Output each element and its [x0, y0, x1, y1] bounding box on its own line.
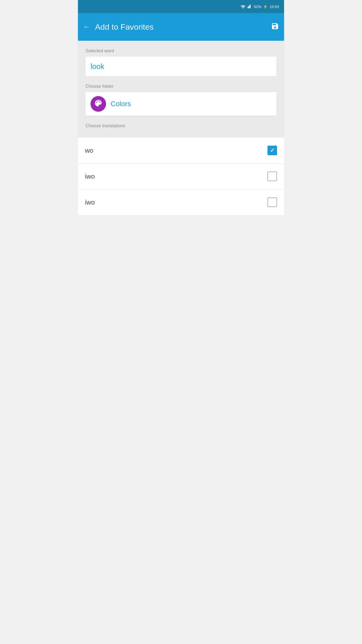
app-bar-left: ← Add to Favorites [83, 22, 154, 32]
wifi-icon [241, 4, 246, 9]
translation-text: iwo [85, 173, 95, 180]
folder-name: Colors [111, 100, 131, 108]
selected-word-label: Selected word [85, 48, 277, 54]
main-content: Selected word look Choose folder Colors … [78, 41, 284, 138]
selected-word-field: look [85, 57, 277, 76]
translations-list: woiwoiwo [78, 138, 284, 215]
svg-rect-1 [249, 6, 249, 8]
translation-text: iwo [85, 198, 95, 206]
svg-rect-3 [250, 4, 251, 8]
status-bar: 92% ⚡ 15:55 [78, 0, 284, 13]
palette-icon [94, 99, 102, 109]
battery-icon: ⚡ [263, 5, 267, 9]
svg-rect-0 [248, 7, 248, 8]
translation-checkbox[interactable] [267, 197, 277, 207]
selected-word-value: look [90, 62, 104, 70]
folder-icon-circle [90, 96, 106, 112]
save-button[interactable] [271, 22, 279, 32]
battery-text: 92% [254, 5, 261, 9]
translation-checkbox[interactable] [267, 172, 277, 181]
time-text: 15:55 [269, 5, 279, 9]
choose-folder-label: Choose folder [85, 84, 277, 89]
page-title: Add to Favorites [95, 22, 154, 32]
translation-item: iwo [78, 164, 284, 189]
svg-rect-2 [249, 5, 250, 8]
translation-item: wo [78, 138, 284, 164]
signal-icon [248, 4, 252, 9]
app-bar: ← Add to Favorites [78, 13, 284, 41]
translation-text: wo [85, 147, 93, 154]
back-button[interactable]: ← [83, 23, 90, 31]
translation-checkbox[interactable] [267, 146, 277, 155]
translation-item: iwo [78, 189, 284, 215]
folder-selector[interactable]: Colors [85, 92, 277, 116]
choose-translations-label: Choose translations [85, 123, 277, 133]
